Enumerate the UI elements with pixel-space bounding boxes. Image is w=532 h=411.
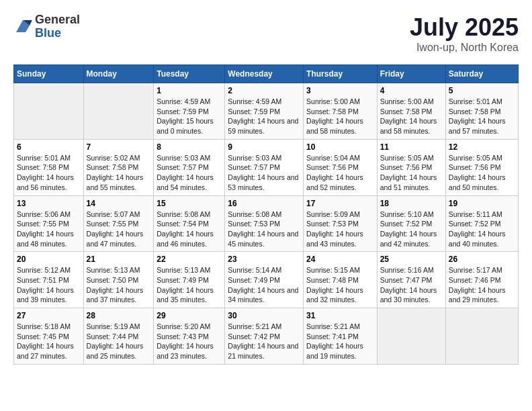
day-number: 26 — [449, 255, 515, 264]
header-day-tuesday: Tuesday — [154, 65, 225, 83]
week-row-1: 1Sunrise: 4:59 AMSunset: 7:59 PMDaylight… — [14, 83, 519, 140]
day-number: 12 — [449, 142, 515, 152]
calendar-cell: 25Sunrise: 5:16 AMSunset: 7:47 PMDayligh… — [377, 252, 445, 308]
week-row-3: 13Sunrise: 5:06 AMSunset: 7:55 PMDayligh… — [14, 195, 519, 252]
day-number: 10 — [306, 142, 374, 152]
calendar-table: SundayMondayTuesdayWednesdayThursdayFrid… — [13, 64, 519, 365]
day-info: Sunrise: 5:04 AMSunset: 7:56 PMDaylight:… — [306, 153, 374, 193]
day-number: 2 — [228, 86, 300, 95]
day-number: 8 — [157, 142, 222, 152]
day-number: 5 — [449, 86, 515, 95]
day-number: 7 — [87, 142, 151, 152]
day-info: Sunrise: 5:18 AMSunset: 7:45 PMDaylight:… — [17, 322, 81, 361]
day-info: Sunrise: 5:09 AMSunset: 7:53 PMDaylight:… — [306, 210, 374, 249]
day-number: 17 — [306, 199, 374, 208]
day-info: Sunrise: 5:16 AMSunset: 7:47 PMDaylight:… — [380, 265, 443, 305]
calendar-cell: 20Sunrise: 5:12 AMSunset: 7:51 PMDayligh… — [14, 252, 84, 308]
subtitle: Iwon-up, North Korea — [410, 42, 519, 54]
calendar-header: SundayMondayTuesdayWednesdayThursdayFrid… — [14, 65, 519, 83]
day-number: 6 — [17, 142, 81, 152]
day-info: Sunrise: 5:19 AMSunset: 7:44 PMDaylight:… — [87, 322, 151, 361]
calendar-cell: 7Sunrise: 5:02 AMSunset: 7:58 PMDaylight… — [83, 139, 154, 195]
day-info: Sunrise: 5:06 AMSunset: 7:55 PMDaylight:… — [17, 210, 81, 249]
calendar-cell: 31Sunrise: 5:21 AMSunset: 7:41 PMDayligh… — [304, 308, 378, 365]
calendar-cell: 1Sunrise: 4:59 AMSunset: 7:59 PMDaylight… — [154, 83, 225, 140]
header-row: SundayMondayTuesdayWednesdayThursdayFrid… — [14, 65, 519, 83]
day-number: 30 — [228, 311, 300, 320]
day-number: 24 — [306, 255, 374, 264]
calendar-cell: 2Sunrise: 4:59 AMSunset: 7:59 PMDaylight… — [225, 83, 304, 140]
day-number: 14 — [87, 199, 151, 208]
day-number: 27 — [17, 311, 81, 320]
day-number: 22 — [157, 255, 222, 264]
day-number: 4 — [380, 86, 443, 95]
calendar-body: 1Sunrise: 4:59 AMSunset: 7:59 PMDaylight… — [14, 83, 519, 365]
day-info: Sunrise: 5:21 AMSunset: 7:42 PMDaylight:… — [228, 322, 300, 361]
header-day-thursday: Thursday — [304, 65, 378, 83]
day-info: Sunrise: 4:59 AMSunset: 7:59 PMDaylight:… — [228, 97, 300, 136]
calendar-cell: 6Sunrise: 5:01 AMSunset: 7:58 PMDaylight… — [14, 139, 84, 195]
calendar-cell: 18Sunrise: 5:10 AMSunset: 7:52 PMDayligh… — [377, 195, 445, 252]
calendar-cell: 11Sunrise: 5:05 AMSunset: 7:56 PMDayligh… — [377, 139, 445, 195]
week-row-2: 6Sunrise: 5:01 AMSunset: 7:58 PMDaylight… — [14, 139, 519, 195]
logo-general-text: General — [35, 13, 80, 26]
title-block: July 2025 Iwon-up, North Korea — [410, 13, 519, 54]
day-number: 21 — [87, 255, 151, 264]
week-row-5: 27Sunrise: 5:18 AMSunset: 7:45 PMDayligh… — [14, 308, 519, 365]
calendar-cell: 19Sunrise: 5:11 AMSunset: 7:52 PMDayligh… — [445, 195, 518, 252]
day-info: Sunrise: 5:14 AMSunset: 7:49 PMDaylight:… — [228, 265, 300, 305]
calendar-cell: 23Sunrise: 5:14 AMSunset: 7:49 PMDayligh… — [225, 252, 304, 308]
day-number: 1 — [157, 86, 222, 95]
day-info: Sunrise: 5:12 AMSunset: 7:51 PMDaylight:… — [17, 265, 81, 305]
calendar-cell: 28Sunrise: 5:19 AMSunset: 7:44 PMDayligh… — [83, 308, 154, 365]
day-number: 20 — [17, 255, 81, 264]
calendar-cell: 8Sunrise: 5:03 AMSunset: 7:57 PMDaylight… — [154, 139, 225, 195]
day-info: Sunrise: 5:05 AMSunset: 7:56 PMDaylight:… — [449, 153, 515, 193]
day-info: Sunrise: 5:20 AMSunset: 7:43 PMDaylight:… — [157, 322, 222, 361]
day-number: 9 — [228, 142, 300, 152]
day-info: Sunrise: 5:08 AMSunset: 7:54 PMDaylight:… — [157, 210, 222, 249]
day-info: Sunrise: 5:01 AMSunset: 7:58 PMDaylight:… — [449, 97, 515, 136]
calendar-cell — [83, 83, 154, 140]
app-logo: General Blue — [13, 13, 80, 40]
calendar-cell: 24Sunrise: 5:15 AMSunset: 7:48 PMDayligh… — [304, 252, 378, 308]
day-info: Sunrise: 5:13 AMSunset: 7:49 PMDaylight:… — [157, 265, 222, 305]
day-info: Sunrise: 5:13 AMSunset: 7:50 PMDaylight:… — [87, 265, 151, 305]
day-number: 19 — [449, 199, 515, 208]
day-number: 11 — [380, 142, 443, 152]
day-info: Sunrise: 5:07 AMSunset: 7:55 PMDaylight:… — [87, 210, 151, 249]
day-number: 15 — [157, 199, 222, 208]
logo-blue-text: Blue — [35, 26, 61, 40]
header-day-sunday: Sunday — [14, 65, 84, 83]
day-info: Sunrise: 5:00 AMSunset: 7:58 PMDaylight:… — [380, 97, 443, 136]
calendar-cell: 13Sunrise: 5:06 AMSunset: 7:55 PMDayligh… — [14, 195, 84, 252]
calendar-cell: 27Sunrise: 5:18 AMSunset: 7:45 PMDayligh… — [14, 308, 84, 365]
page-header: General Blue July 2025 Iwon-up, North Ko… — [13, 13, 519, 54]
calendar-cell: 29Sunrise: 5:20 AMSunset: 7:43 PMDayligh… — [154, 308, 225, 365]
day-number: 16 — [228, 199, 300, 208]
calendar-cell — [14, 83, 84, 140]
header-day-monday: Monday — [83, 65, 154, 83]
calendar-cell: 30Sunrise: 5:21 AMSunset: 7:42 PMDayligh… — [225, 308, 304, 365]
day-info: Sunrise: 5:00 AMSunset: 7:58 PMDaylight:… — [306, 97, 374, 136]
calendar-cell: 21Sunrise: 5:13 AMSunset: 7:50 PMDayligh… — [83, 252, 154, 308]
header-day-saturday: Saturday — [445, 65, 518, 83]
day-number: 18 — [380, 199, 443, 208]
day-number: 31 — [306, 311, 374, 320]
day-info: Sunrise: 5:15 AMSunset: 7:48 PMDaylight:… — [306, 265, 374, 305]
header-day-wednesday: Wednesday — [225, 65, 304, 83]
day-info: Sunrise: 5:02 AMSunset: 7:58 PMDaylight:… — [87, 153, 151, 193]
day-info: Sunrise: 5:17 AMSunset: 7:46 PMDaylight:… — [449, 265, 515, 305]
day-info: Sunrise: 4:59 AMSunset: 7:59 PMDaylight:… — [157, 97, 222, 136]
day-number: 25 — [380, 255, 443, 264]
calendar-cell: 4Sunrise: 5:00 AMSunset: 7:58 PMDaylight… — [377, 83, 445, 140]
calendar-cell: 3Sunrise: 5:00 AMSunset: 7:58 PMDaylight… — [304, 83, 378, 140]
day-number: 29 — [157, 311, 222, 320]
day-info: Sunrise: 5:01 AMSunset: 7:58 PMDaylight:… — [17, 153, 81, 193]
calendar-cell: 5Sunrise: 5:01 AMSunset: 7:58 PMDaylight… — [445, 83, 518, 140]
day-number: 3 — [306, 86, 374, 95]
calendar-cell: 14Sunrise: 5:07 AMSunset: 7:55 PMDayligh… — [83, 195, 154, 252]
day-number: 13 — [17, 199, 81, 208]
day-info: Sunrise: 5:05 AMSunset: 7:56 PMDaylight:… — [380, 153, 443, 193]
day-info: Sunrise: 5:03 AMSunset: 7:57 PMDaylight:… — [228, 153, 300, 193]
